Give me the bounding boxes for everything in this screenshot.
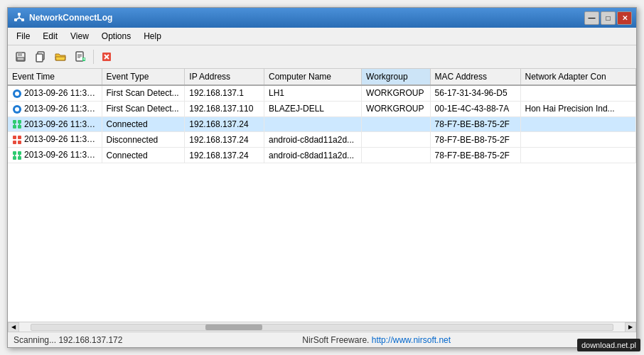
svg-rect-32 (13, 141, 16, 144)
svg-rect-10 (36, 54, 43, 62)
save-button[interactable] (12, 48, 29, 65)
nirsoft-link[interactable]: http://www.nirsoft.net (372, 335, 451, 345)
disconnect-icon (12, 135, 22, 145)
svg-point-23 (15, 107, 19, 111)
col-header-computer[interactable]: Computer Name (264, 69, 362, 85)
table-row[interactable]: 2013-09-26 11:30:37First Scan Detect...1… (8, 85, 636, 101)
cell-time: 2013-09-26 11:30:37 (8, 85, 102, 101)
connect-icon (12, 151, 22, 160)
cell-computer (264, 116, 362, 132)
cell-type: First Scan Detect... (102, 85, 185, 101)
col-header-adapter[interactable]: Network Adapter Con (520, 69, 636, 85)
copy-button[interactable] (32, 48, 49, 65)
cell-ip: 192.168.137.24 (185, 132, 264, 148)
scrollbar-area: ◀ ▶ (8, 322, 636, 332)
table-row[interactable]: 2013-09-26 11:35:36Disconnected192.168.1… (8, 132, 636, 148)
scroll-left-button[interactable]: ◀ (8, 322, 19, 332)
title-controls: — □ ✕ (584, 11, 632, 25)
horizontal-scrollbar[interactable]: ◀ ▶ (8, 322, 636, 332)
col-header-workgroup[interactable]: Workgroup (362, 69, 430, 85)
cell-mac: 78-F7-BE-B8-75-2F (430, 116, 520, 132)
table-container[interactable]: Event Time Event Type IP Address Compute… (8, 69, 636, 322)
cell-time: 2013-09-26 11:30:41 (8, 101, 102, 116)
scan-icon (12, 104, 22, 114)
cell-workgroup (362, 116, 430, 132)
col-header-mac[interactable]: MAC Address (430, 69, 520, 85)
scroll-right-button[interactable]: ▶ (625, 322, 636, 332)
minimize-button[interactable]: — (584, 11, 599, 25)
stop-icon (101, 51, 112, 62)
cell-computer: BLAZEJ-DELL (264, 101, 362, 116)
cell-workgroup: WORKGROUP (362, 85, 430, 101)
cell-computer: LH1 (264, 85, 362, 101)
table-row[interactable]: 2013-09-26 11:30:41First Scan Detect...1… (8, 101, 636, 116)
svg-rect-27 (18, 125, 21, 129)
open-icon (55, 51, 66, 62)
cell-time: 2013-09-26 11:31:01 (8, 116, 102, 132)
toolbar (8, 45, 636, 69)
app-icon (14, 12, 25, 23)
col-header-type[interactable]: Event Type (102, 69, 185, 85)
menu-view[interactable]: View (65, 29, 95, 43)
cell-adapter (520, 132, 636, 148)
cell-ip: 192.168.137.1 (185, 85, 264, 101)
col-header-time[interactable]: Event Time (8, 69, 102, 85)
menu-help[interactable]: Help (138, 29, 167, 43)
svg-rect-7 (18, 53, 22, 56)
cell-computer: android-c8dad11a2d... (264, 132, 362, 148)
table-row[interactable]: 2013-09-26 11:36:27Connected192.168.137.… (8, 148, 636, 163)
svg-rect-25 (18, 120, 21, 124)
close-button[interactable]: ✕ (617, 11, 632, 25)
connect-icon (12, 119, 22, 129)
cell-mac: 00-1E-4C-43-88-7A (430, 101, 520, 116)
menu-file[interactable]: File (11, 29, 36, 43)
svg-rect-34 (13, 151, 16, 155)
scroll-thumb[interactable] (205, 324, 262, 330)
main-window: NetworkConnectLog — □ ✕ File Edit View O… (7, 7, 637, 348)
svg-rect-35 (18, 151, 21, 155)
svg-rect-30 (13, 136, 16, 139)
scan-icon (12, 89, 22, 99)
watermark: download.net.pl (577, 339, 640, 351)
cell-workgroup (362, 132, 430, 148)
svg-rect-33 (18, 141, 21, 144)
scroll-track[interactable] (31, 324, 613, 331)
stop-button[interactable] (98, 48, 115, 65)
svg-rect-1 (18, 13, 21, 16)
cell-type: Connected (102, 148, 185, 163)
copy-icon (35, 51, 46, 62)
cell-type: Disconnected (102, 132, 185, 148)
cell-adapter (520, 85, 636, 101)
toolbar-separator (93, 50, 94, 64)
svg-rect-37 (18, 156, 21, 160)
svg-rect-31 (18, 136, 21, 139)
table-header-row: Event Time Event Type IP Address Compute… (8, 69, 636, 85)
cell-mac: 78-F7-BE-B8-75-2F (430, 132, 520, 148)
cell-adapter (520, 148, 636, 163)
svg-rect-8 (17, 58, 24, 60)
cell-ip: 192.168.137.24 (185, 116, 264, 132)
table-body: 2013-09-26 11:30:37First Scan Detect...1… (8, 85, 636, 163)
window-title: NetworkConnectLog (29, 13, 112, 23)
save-icon (15, 51, 26, 62)
cell-workgroup: WORKGROUP (362, 101, 430, 116)
report-button[interactable] (72, 48, 89, 65)
svg-rect-26 (13, 125, 16, 129)
title-bar-left: NetworkConnectLog (14, 12, 112, 23)
menu-options[interactable]: Options (96, 29, 136, 43)
maximize-button[interactable]: □ (601, 11, 616, 25)
cell-adapter: Hon Hai Precision Ind... (520, 101, 636, 116)
cell-computer: android-c8dad11a2d... (264, 148, 362, 163)
svg-rect-36 (13, 156, 16, 160)
col-header-ip[interactable]: IP Address (185, 69, 264, 85)
svg-rect-24 (13, 120, 16, 124)
cell-mac: 56-17-31-34-96-D5 (430, 85, 520, 101)
menu-edit[interactable]: Edit (37, 29, 63, 43)
cell-adapter (520, 116, 636, 132)
nirsoft-text: NirSoft Freeware. (302, 335, 371, 345)
status-bar: Scanning... 192.168.137.172 NirSoft Free… (8, 332, 636, 347)
report-icon (75, 51, 86, 62)
cell-time: 2013-09-26 11:36:27 (8, 148, 102, 163)
open-button[interactable] (52, 48, 69, 65)
table-row[interactable]: 2013-09-26 11:31:01Connected192.168.137.… (8, 116, 636, 132)
